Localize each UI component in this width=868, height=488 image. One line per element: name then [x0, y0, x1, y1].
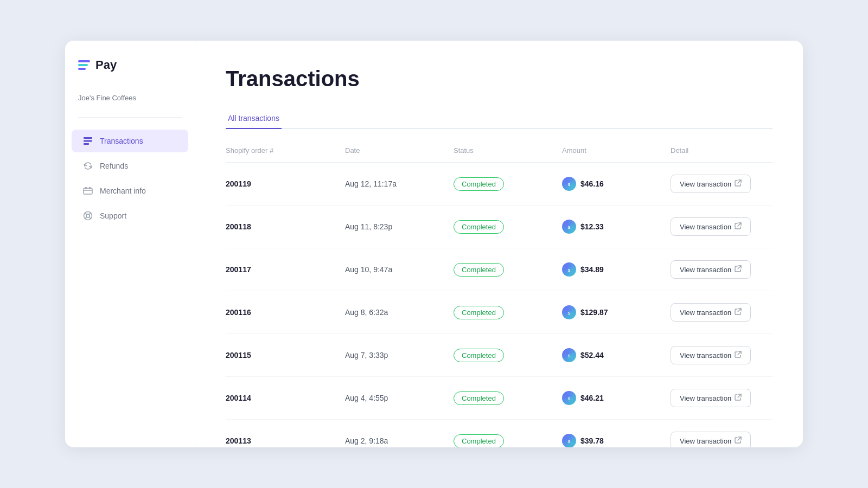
amount-cell: S $34.89 [562, 262, 671, 277]
table-row: 200117 Aug 10, 9:47a Completed S $34.8 [226, 248, 773, 291]
view-transaction-button[interactable]: View transaction [671, 303, 751, 322]
svg-text:S: S [568, 268, 571, 272]
status-cell: Completed [454, 263, 562, 277]
amount-icon: S [562, 177, 576, 191]
external-link-icon [735, 308, 742, 317]
sidebar-divider [78, 117, 182, 118]
table-row: 200119 Aug 12, 11:17a Completed S $46. [226, 163, 773, 206]
amount-icon: S [562, 348, 576, 362]
svg-rect-1 [84, 140, 92, 142]
amount-value: $34.89 [580, 265, 604, 274]
amount-cell: S $52.44 [562, 348, 671, 362]
svg-line-24 [738, 309, 741, 312]
table-row: 200115 Aug 7, 3:33p Completed S $52.44 [226, 334, 773, 377]
order-number: 200116 [226, 308, 345, 317]
date-cell: Aug 12, 11:17a [345, 179, 454, 188]
sidebar-item-refunds-label: Refunds [100, 162, 128, 170]
detail-cell: View transaction [671, 432, 773, 447]
table-row: 200113 Aug 2, 9:18a Completed S $39.78 [226, 420, 773, 447]
table-row: 200114 Aug 4, 4:55p Completed S $46.21 [226, 377, 773, 420]
main-content: Transactions All transactions Shopify or… [195, 41, 803, 447]
view-transaction-button[interactable]: View transaction [671, 346, 751, 364]
table-body: 200119 Aug 12, 11:17a Completed S $46. [226, 163, 773, 447]
status-cell: Completed [454, 349, 562, 362]
detail-cell: View transaction [671, 389, 773, 407]
view-transaction-button[interactable]: View transaction [671, 217, 751, 236]
svg-text:S: S [568, 183, 571, 187]
svg-rect-4 [85, 187, 87, 189]
store-name: Joe's Fine Coffees [65, 94, 195, 117]
amount-icon: S [562, 220, 576, 234]
amount-icon: S [562, 262, 576, 277]
view-transaction-button[interactable]: View transaction [671, 260, 751, 279]
page-title: Transactions [226, 67, 773, 91]
status-cell: Completed [454, 391, 562, 405]
tabs: All transactions [226, 108, 773, 129]
amount-value: $39.78 [580, 436, 604, 445]
transactions-table: Shopify order # Date Status Amount Detai… [226, 146, 773, 447]
detail-cell: View transaction [671, 303, 773, 322]
view-transaction-button[interactable]: View transaction [671, 432, 751, 447]
amount-icon: S [562, 391, 576, 405]
amount-icon: S [562, 434, 576, 447]
logo-icon [78, 60, 90, 70]
col-header-status: Status [454, 146, 562, 155]
view-transaction-button[interactable]: View transaction [671, 175, 751, 193]
svg-line-21 [738, 266, 741, 269]
amount-cell: S $12.33 [562, 220, 671, 234]
col-header-date: Date [345, 146, 454, 155]
svg-line-15 [738, 180, 741, 183]
table-row: 200118 Aug 11, 8:23p Completed S $12.3 [226, 206, 773, 248]
col-header-amount: Amount [562, 146, 671, 155]
date-cell: Aug 10, 9:47a [345, 265, 454, 274]
status-badge: Completed [454, 306, 504, 319]
logo-bar-1 [78, 60, 90, 62]
amount-value: $129.87 [580, 308, 608, 317]
svg-text:S: S [568, 311, 571, 315]
status-badge: Completed [454, 434, 504, 448]
detail-cell: View transaction [671, 175, 773, 193]
transactions-icon [82, 136, 93, 146]
status-cell: Completed [454, 434, 562, 448]
svg-text:S: S [568, 354, 571, 358]
view-transaction-button[interactable]: View transaction [671, 389, 751, 407]
external-link-icon [735, 265, 742, 274]
detail-cell: View transaction [671, 217, 773, 236]
date-cell: Aug 7, 3:33p [345, 351, 454, 359]
col-header-order: Shopify order # [226, 146, 345, 155]
amount-cell: S $46.21 [562, 391, 671, 405]
app-container: Pay Joe's Fine Coffees Transactions [65, 41, 803, 447]
status-cell: Completed [454, 220, 562, 234]
status-badge: Completed [454, 391, 504, 405]
amount-value: $52.44 [580, 351, 604, 359]
amount-value: $46.16 [580, 179, 604, 188]
external-link-icon [735, 394, 742, 402]
date-cell: Aug 4, 4:55p [345, 394, 454, 402]
merchant-info-icon [82, 185, 93, 196]
date-cell: Aug 2, 9:18a [345, 436, 454, 445]
sidebar-item-refunds[interactable]: Refunds [72, 155, 188, 177]
order-number: 200113 [226, 436, 345, 445]
svg-rect-2 [84, 143, 89, 145]
logo-text: Pay [95, 58, 117, 72]
svg-rect-3 [84, 188, 92, 194]
order-number: 200118 [226, 222, 345, 231]
amount-value: $12.33 [580, 222, 604, 231]
svg-text:S: S [568, 226, 571, 229]
sidebar-item-merchant-info[interactable]: Merchant info [72, 179, 188, 202]
table-header: Shopify order # Date Status Amount Detai… [226, 146, 773, 163]
detail-cell: View transaction [671, 260, 773, 279]
order-number: 200119 [226, 179, 345, 188]
svg-line-18 [738, 223, 741, 226]
logo-bar-3 [78, 68, 86, 70]
external-link-icon [735, 436, 742, 445]
date-cell: Aug 11, 8:23p [345, 222, 454, 231]
order-number: 200115 [226, 351, 345, 359]
tab-all-transactions[interactable]: All transactions [226, 108, 282, 129]
date-cell: Aug 8, 6:32a [345, 308, 454, 317]
svg-rect-0 [84, 137, 92, 139]
status-cell: Completed [454, 177, 562, 191]
sidebar-item-transactions[interactable]: Transactions [72, 130, 188, 152]
sidebar-item-support[interactable]: Support [72, 204, 188, 227]
status-badge: Completed [454, 349, 504, 362]
